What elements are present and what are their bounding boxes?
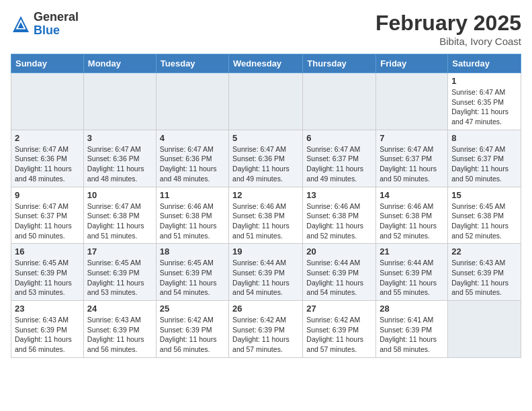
- day-number: 23: [15, 304, 80, 314]
- day-number: 4: [160, 133, 225, 143]
- calendar-cell: 14Sunrise: 6:46 AM Sunset: 6:38 PM Dayli…: [376, 187, 448, 244]
- calendar-cell: 3Sunrise: 6:47 AM Sunset: 6:36 PM Daylig…: [83, 130, 156, 187]
- day-number: 9: [15, 190, 80, 200]
- weekday-thursday: Thursday: [303, 54, 376, 73]
- day-info: Sunrise: 6:47 AM Sunset: 6:38 PM Dayligh…: [87, 201, 152, 241]
- day-number: 24: [87, 304, 152, 314]
- day-number: 5: [232, 133, 299, 143]
- calendar-cell: [448, 301, 521, 358]
- day-info: Sunrise: 6:44 AM Sunset: 6:39 PM Dayligh…: [232, 258, 299, 298]
- weekday-friday: Friday: [376, 54, 448, 73]
- month-title: February 2025: [375, 11, 521, 36]
- calendar-cell: [83, 73, 156, 130]
- day-info: Sunrise: 6:47 AM Sunset: 6:35 PM Dayligh…: [451, 87, 517, 127]
- calendar-cell: 2Sunrise: 6:47 AM Sunset: 6:36 PM Daylig…: [11, 130, 84, 187]
- day-number: 12: [232, 190, 299, 200]
- calendar-cell: 27Sunrise: 6:42 AM Sunset: 6:39 PM Dayli…: [303, 301, 376, 358]
- day-number: 22: [451, 246, 517, 257]
- logo-blue-text: Blue: [34, 24, 79, 38]
- day-info: Sunrise: 6:46 AM Sunset: 6:38 PM Dayligh…: [306, 201, 372, 241]
- day-number: 8: [451, 133, 517, 143]
- day-info: Sunrise: 6:47 AM Sunset: 6:37 PM Dayligh…: [380, 144, 444, 184]
- weekday-wednesday: Wednesday: [229, 54, 303, 73]
- day-info: Sunrise: 6:46 AM Sunset: 6:38 PM Dayligh…: [232, 201, 299, 241]
- day-number: 13: [306, 190, 372, 200]
- calendar-cell: 10Sunrise: 6:47 AM Sunset: 6:38 PM Dayli…: [83, 187, 156, 244]
- day-info: Sunrise: 6:42 AM Sunset: 6:39 PM Dayligh…: [160, 315, 225, 355]
- day-info: Sunrise: 6:47 AM Sunset: 6:37 PM Dayligh…: [306, 144, 372, 184]
- day-number: 7: [380, 133, 444, 143]
- calendar-cell: 9Sunrise: 6:47 AM Sunset: 6:37 PM Daylig…: [11, 187, 84, 244]
- day-number: 28: [380, 304, 444, 314]
- day-info: Sunrise: 6:47 AM Sunset: 6:36 PM Dayligh…: [160, 144, 225, 184]
- day-info: Sunrise: 6:43 AM Sunset: 6:39 PM Dayligh…: [15, 315, 80, 355]
- day-number: 1: [451, 76, 517, 86]
- calendar-cell: [303, 73, 376, 130]
- day-info: Sunrise: 6:45 AM Sunset: 6:39 PM Dayligh…: [15, 258, 80, 298]
- day-number: 17: [87, 246, 152, 257]
- day-info: Sunrise: 6:43 AM Sunset: 6:39 PM Dayligh…: [451, 258, 517, 298]
- calendar-cell: 4Sunrise: 6:47 AM Sunset: 6:36 PM Daylig…: [156, 130, 228, 187]
- calendar-cell: 7Sunrise: 6:47 AM Sunset: 6:37 PM Daylig…: [376, 130, 448, 187]
- day-number: 14: [380, 190, 444, 200]
- logo-text: General Blue: [34, 11, 79, 38]
- day-info: Sunrise: 6:42 AM Sunset: 6:39 PM Dayligh…: [306, 315, 372, 355]
- calendar-body: 1Sunrise: 6:47 AM Sunset: 6:35 PM Daylig…: [11, 73, 521, 358]
- title-block: February 2025 Bibita, Ivory Coast: [375, 11, 521, 47]
- logo-general-text: General: [34, 11, 79, 24]
- calendar-cell: 13Sunrise: 6:46 AM Sunset: 6:38 PM Dayli…: [303, 187, 376, 244]
- calendar-week-3: 9Sunrise: 6:47 AM Sunset: 6:37 PM Daylig…: [11, 187, 521, 244]
- calendar-cell: 22Sunrise: 6:43 AM Sunset: 6:39 PM Dayli…: [448, 244, 521, 301]
- calendar-header: SundayMondayTuesdayWednesdayThursdayFrid…: [11, 54, 521, 73]
- calendar-cell: 16Sunrise: 6:45 AM Sunset: 6:39 PM Dayli…: [11, 244, 84, 301]
- weekday-tuesday: Tuesday: [156, 54, 228, 73]
- calendar-week-1: 1Sunrise: 6:47 AM Sunset: 6:35 PM Daylig…: [11, 73, 521, 130]
- calendar-table: SundayMondayTuesdayWednesdayThursdayFrid…: [11, 54, 521, 358]
- day-info: Sunrise: 6:41 AM Sunset: 6:39 PM Dayligh…: [380, 315, 444, 355]
- day-number: 26: [232, 304, 299, 314]
- logo: General Blue: [11, 11, 79, 38]
- day-info: Sunrise: 6:46 AM Sunset: 6:38 PM Dayligh…: [380, 201, 444, 241]
- calendar-week-2: 2Sunrise: 6:47 AM Sunset: 6:36 PM Daylig…: [11, 130, 521, 187]
- calendar-cell: 1Sunrise: 6:47 AM Sunset: 6:35 PM Daylig…: [448, 73, 521, 130]
- calendar-cell: [229, 73, 303, 130]
- day-number: 16: [15, 246, 80, 257]
- calendar-cell: 23Sunrise: 6:43 AM Sunset: 6:39 PM Dayli…: [11, 301, 84, 358]
- day-number: 11: [160, 190, 225, 200]
- calendar-cell: [11, 73, 84, 130]
- calendar-cell: 18Sunrise: 6:45 AM Sunset: 6:39 PM Dayli…: [156, 244, 228, 301]
- day-info: Sunrise: 6:47 AM Sunset: 6:36 PM Dayligh…: [232, 144, 299, 184]
- day-number: 18: [160, 246, 225, 257]
- day-info: Sunrise: 6:45 AM Sunset: 6:38 PM Dayligh…: [451, 201, 517, 241]
- weekday-saturday: Saturday: [448, 54, 521, 73]
- logo-icon: [11, 14, 31, 34]
- page-header: General Blue February 2025 Bibita, Ivory…: [11, 11, 521, 47]
- calendar-cell: 21Sunrise: 6:44 AM Sunset: 6:39 PM Dayli…: [376, 244, 448, 301]
- day-info: Sunrise: 6:44 AM Sunset: 6:39 PM Dayligh…: [380, 258, 444, 298]
- day-number: 21: [380, 246, 444, 257]
- day-info: Sunrise: 6:47 AM Sunset: 6:37 PM Dayligh…: [15, 201, 80, 241]
- calendar-cell: 26Sunrise: 6:42 AM Sunset: 6:39 PM Dayli…: [229, 301, 303, 358]
- day-number: 20: [306, 246, 372, 257]
- calendar-cell: 5Sunrise: 6:47 AM Sunset: 6:36 PM Daylig…: [229, 130, 303, 187]
- calendar-cell: 17Sunrise: 6:45 AM Sunset: 6:39 PM Dayli…: [83, 244, 156, 301]
- calendar-cell: 12Sunrise: 6:46 AM Sunset: 6:38 PM Dayli…: [229, 187, 303, 244]
- day-info: Sunrise: 6:43 AM Sunset: 6:39 PM Dayligh…: [87, 315, 152, 355]
- day-number: 2: [15, 133, 80, 143]
- calendar-cell: 24Sunrise: 6:43 AM Sunset: 6:39 PM Dayli…: [83, 301, 156, 358]
- weekday-monday: Monday: [83, 54, 156, 73]
- day-info: Sunrise: 6:47 AM Sunset: 6:36 PM Dayligh…: [15, 144, 80, 184]
- calendar-week-4: 16Sunrise: 6:45 AM Sunset: 6:39 PM Dayli…: [11, 244, 521, 301]
- day-number: 19: [232, 246, 299, 257]
- calendar-cell: 11Sunrise: 6:46 AM Sunset: 6:38 PM Dayli…: [156, 187, 228, 244]
- calendar-cell: 8Sunrise: 6:47 AM Sunset: 6:37 PM Daylig…: [448, 130, 521, 187]
- calendar-cell: 6Sunrise: 6:47 AM Sunset: 6:37 PM Daylig…: [303, 130, 376, 187]
- day-number: 3: [87, 133, 152, 143]
- calendar-cell: 19Sunrise: 6:44 AM Sunset: 6:39 PM Dayli…: [229, 244, 303, 301]
- calendar-cell: 25Sunrise: 6:42 AM Sunset: 6:39 PM Dayli…: [156, 301, 228, 358]
- calendar-cell: 20Sunrise: 6:44 AM Sunset: 6:39 PM Dayli…: [303, 244, 376, 301]
- day-info: Sunrise: 6:47 AM Sunset: 6:36 PM Dayligh…: [87, 144, 152, 184]
- calendar-cell: [156, 73, 228, 130]
- day-info: Sunrise: 6:44 AM Sunset: 6:39 PM Dayligh…: [306, 258, 372, 298]
- day-info: Sunrise: 6:47 AM Sunset: 6:37 PM Dayligh…: [451, 144, 517, 184]
